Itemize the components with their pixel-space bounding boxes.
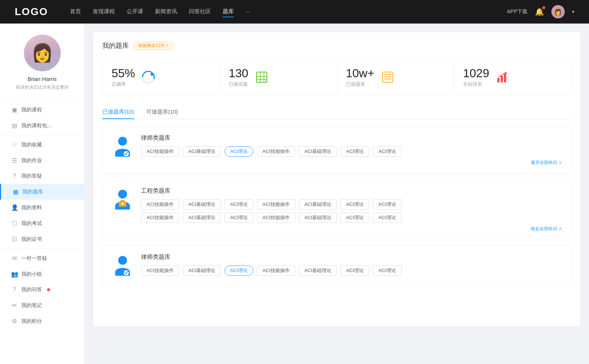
svg-rect-20: [120, 200, 125, 202]
sidebar-item-exam[interactable]: ☐ 我的考试: [0, 215, 84, 231]
nav-news[interactable]: 新闻资讯: [155, 7, 177, 17]
svg-point-21: [121, 203, 124, 205]
avatar-dropdown-icon[interactable]: ▾: [572, 9, 574, 14]
tag[interactable]: ACI技能操作: [141, 265, 179, 276]
sidebar-label-group: 我的小组: [21, 271, 42, 278]
tag[interactable]: ACI基础理论: [299, 213, 337, 223]
nav-more[interactable]: ···: [246, 7, 250, 17]
svg-point-2: [151, 73, 154, 76]
sidebar: 👩 Brian Harris 错误的决定比没有决定要好 ▣ 我的课程 ▤ 我的课…: [0, 24, 85, 364]
tag[interactable]: ACI理论: [373, 213, 402, 223]
bank-card-lawyer-2: 律师类题库 ACI技能操作 ACI基础理论 ACI理论 ACI技能操作 ACI基…: [102, 246, 571, 287]
tag[interactable]: ACI技能操作: [257, 199, 295, 210]
notification-bell[interactable]: 🔔: [535, 7, 544, 16]
qa-icon: ?: [11, 173, 18, 179]
tag[interactable]: ACI技能操作: [141, 146, 179, 157]
sidebar-item-my-course[interactable]: ▣ 我的课程: [0, 102, 84, 118]
tag-active[interactable]: ACI理论: [225, 146, 253, 157]
tag[interactable]: ACI基础理论: [299, 265, 337, 276]
tag[interactable]: ACI理论: [341, 213, 369, 223]
certificate-icon: ☑: [11, 236, 18, 243]
collapse-button-engineer[interactable]: 收起全部科目 ∧: [141, 226, 562, 232]
tag-active[interactable]: ACI理论: [225, 265, 253, 276]
tag[interactable]: ACI技能操作: [141, 213, 179, 223]
sidebar-item-tutor[interactable]: ✉ 一对一答疑: [0, 250, 84, 266]
sidebar-label-course-package: 我的课程包...: [21, 122, 52, 129]
nav-qa[interactable]: 问答社区: [189, 7, 211, 17]
tag[interactable]: ACI基础理论: [183, 146, 221, 157]
nav-discover[interactable]: 发现课程: [93, 7, 115, 17]
tag[interactable]: ACI理论: [373, 146, 402, 157]
sidebar-item-qa[interactable]: ? 我的答疑: [0, 168, 84, 184]
tag[interactable]: ACI理论: [225, 213, 253, 223]
tag[interactable]: ACI理论: [341, 265, 369, 276]
sidebar-label-bank: 我的题库: [22, 189, 43, 195]
nav-bank[interactable]: 题库: [223, 7, 234, 17]
page-title: 我的题库: [102, 41, 129, 50]
tag[interactable]: ACI理论: [341, 146, 369, 157]
tag[interactable]: ACI基础理论: [183, 265, 221, 276]
stat-done-banks-text: 10w+ 已做题库: [346, 67, 374, 88]
sidebar-item-course-package[interactable]: ▤ 我的课程包...: [0, 118, 84, 133]
tag[interactable]: ACI理论: [373, 199, 402, 210]
bank-engineer-icon: [112, 187, 134, 213]
sidebar-item-points[interactable]: ⚙ 我的积分: [0, 313, 84, 329]
sidebar-label-profile: 我的资料: [21, 204, 42, 211]
star-icon: ☆: [11, 141, 18, 148]
bank-card-lawyer-1: 律师类题库 ACI技能操作 ACI基础理论 ACI理论 ACI技能操作 ACI基…: [102, 126, 571, 174]
bank-lawyer-1-tags: ACI技能操作 ACI基础理论 ACI理论 ACI技能操作 ACI基础理论 AC…: [141, 146, 562, 157]
svg-rect-10: [384, 79, 391, 79]
sidebar-label-my-qa: 我的问答: [21, 286, 42, 293]
sidebar-item-group[interactable]: 👥 我的小组: [0, 266, 84, 282]
bank-lawyer-2-body: 律师类题库 ACI技能操作 ACI基础理论 ACI理论 ACI技能操作 ACI基…: [141, 253, 562, 279]
profile-icon: 👤: [11, 204, 18, 211]
sidebar-item-bank[interactable]: ▦ 我的题库: [0, 184, 84, 200]
tag[interactable]: ACI理论: [225, 199, 253, 210]
bank-lawyer-icon-1: [112, 134, 134, 160]
tag[interactable]: ACI技能操作: [257, 265, 295, 276]
tag[interactable]: ACI理论: [373, 265, 402, 276]
nav-links: 首页 发现课程 公开课 新闻资讯 问答社区 题库 ···: [70, 7, 507, 17]
nav-open-course[interactable]: 公开课: [127, 7, 143, 17]
tag[interactable]: ACI基础理论: [183, 199, 221, 210]
tag[interactable]: ACI技能操作: [257, 213, 295, 223]
done-questions-icon: [254, 70, 269, 85]
tab-available-banks[interactable]: 可做题库(10): [146, 106, 178, 119]
sidebar-label-qa: 我的答疑: [21, 173, 42, 179]
bank-lawyer-2-tags: ACI技能操作 ACI基础理论 ACI理论 ACI技能操作 ACI基础理论 AC…: [141, 265, 562, 276]
accuracy-icon: [141, 70, 156, 85]
sidebar-item-certificate[interactable]: ☑ 我的证书: [0, 231, 84, 247]
sidebar-item-favorites[interactable]: ☆ 我的收藏: [0, 137, 84, 153]
done-banks-icon: [380, 70, 395, 85]
nav-home[interactable]: 首页: [70, 7, 81, 17]
stat-done-questions: 130 已做试题: [220, 59, 337, 95]
bank-card-engineer: 工程类题库 ACI技能操作 ACI基础理论 ACI理论 ACI技能操作 ACI基…: [102, 179, 571, 240]
tag[interactable]: ACI技能操作: [257, 146, 295, 157]
sidebar-item-homework[interactable]: ☰ 我的作业: [0, 153, 84, 168]
svg-rect-3: [257, 72, 267, 82]
sidebar-item-profile[interactable]: 👤 我的资料: [0, 200, 84, 215]
tag[interactable]: ACI基础理论: [299, 199, 337, 210]
app-download-button[interactable]: APP下载: [507, 8, 528, 15]
tag[interactable]: ACI基础理论: [299, 146, 337, 157]
menu-divider-2: [0, 249, 84, 249]
sidebar-item-my-qa[interactable]: ? 我的问答: [0, 282, 84, 297]
tag[interactable]: ACI理论: [341, 199, 369, 210]
svg-point-18: [118, 190, 127, 199]
trial-badge: 体验剩余23天！: [133, 42, 174, 50]
notification-dot: [542, 6, 545, 9]
sidebar-label-notes: 我的笔记: [21, 302, 42, 309]
expand-button-lawyer-1[interactable]: 展开全部科目 ∨: [141, 160, 562, 166]
stat-done-questions-label: 已做试题: [229, 81, 248, 88]
logo: LOGO: [15, 6, 48, 18]
tab-done-banks[interactable]: 已做题库(10): [102, 106, 134, 119]
svg-rect-11: [384, 74, 391, 75]
svg-point-16: [118, 137, 127, 146]
avatar[interactable]: 👩: [551, 5, 565, 18]
bank-engineer-tags-row1: ACI技能操作 ACI基础理论 ACI理论 ACI技能操作 ACI基础理论 AC…: [141, 199, 562, 210]
stat-done-banks: 10w+ 已做题库: [337, 59, 454, 95]
tag[interactable]: ACI基础理论: [183, 213, 221, 223]
profile-name: Brian Harris: [28, 76, 57, 82]
tag[interactable]: ACI技能操作: [141, 199, 179, 210]
sidebar-item-notes[interactable]: ✏ 我的笔记: [0, 297, 84, 313]
